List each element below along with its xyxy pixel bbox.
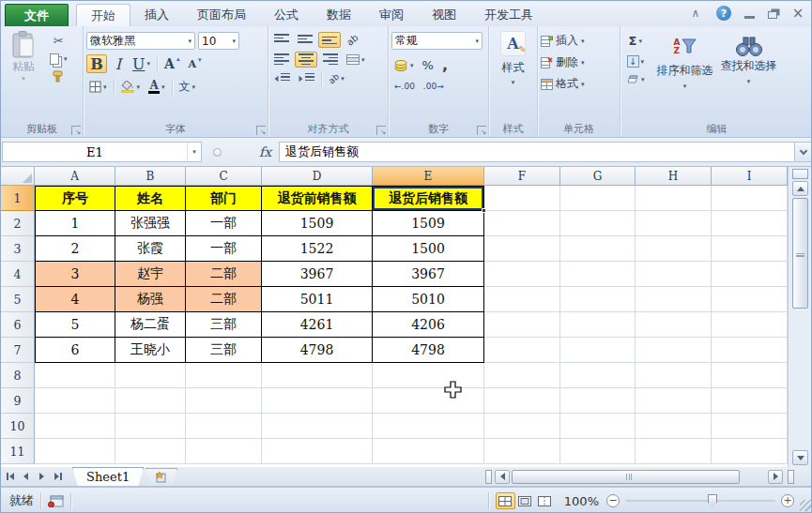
cell[interactable] — [712, 287, 788, 312]
cell[interactable]: 杨二蛋 — [115, 312, 186, 338]
cell[interactable]: 二部 — [186, 287, 262, 312]
cell[interactable]: 杨强 — [115, 287, 186, 312]
cell[interactable] — [484, 236, 560, 262]
minimize-icon[interactable] — [744, 16, 755, 19]
cell[interactable] — [484, 363, 560, 388]
previous-sheet-button[interactable] — [19, 470, 33, 484]
row-header-10[interactable]: 10 — [1, 414, 35, 439]
row-header-7[interactable]: 7 — [1, 338, 35, 363]
comma-style-button[interactable]: , — [439, 55, 451, 75]
align-center-button[interactable] — [295, 52, 317, 68]
zoom-level[interactable]: 100% — [564, 494, 599, 508]
cell[interactable]: 1 — [35, 211, 115, 236]
zoom-slider-track[interactable] — [625, 500, 775, 503]
cell[interactable]: 5010 — [373, 287, 484, 312]
name-box[interactable]: E1 ▾ — [2, 142, 202, 162]
align-bottom-button[interactable] — [318, 32, 341, 48]
align-top-button[interactable] — [271, 33, 292, 47]
cell[interactable] — [186, 414, 262, 439]
paste-button[interactable]: 粘贴 ▾ — [4, 31, 43, 83]
tab-formulas[interactable]: 公式 — [260, 4, 313, 26]
fill-color-button[interactable]: ▾ — [118, 80, 144, 94]
close-icon[interactable]: × — [790, 7, 805, 20]
help-icon[interactable]: ? — [716, 6, 731, 21]
cell[interactable] — [636, 363, 712, 388]
horizontal-scroll-thumb[interactable] — [512, 470, 740, 484]
column-header-c[interactable]: C — [186, 167, 262, 186]
cell[interactable]: 1509 — [262, 211, 373, 236]
expand-formula-bar-button[interactable] — [794, 142, 812, 162]
cell[interactable]: 三部 — [186, 312, 262, 338]
cell[interactable] — [712, 186, 788, 211]
insert-worksheet-button[interactable] — [146, 468, 177, 485]
fill-button[interactable]: ↓ ▾ — [623, 54, 648, 68]
align-right-button[interactable] — [320, 53, 341, 67]
cell[interactable] — [484, 262, 560, 287]
formula-input[interactable]: 退货后销售额 — [279, 142, 794, 162]
format-painter-button[interactable] — [47, 69, 70, 83]
cell-d1[interactable]: 退货前销售额 — [262, 186, 373, 211]
cell[interactable]: 4 — [35, 287, 115, 312]
cut-button[interactable]: ✂ — [47, 33, 70, 49]
font-size-select[interactable]: 10 ▾ — [198, 32, 239, 50]
normal-view-button[interactable] — [496, 492, 515, 509]
tab-review[interactable]: 审阅 — [365, 4, 418, 26]
phonetic-button[interactable]: 文 ▾ — [176, 78, 199, 96]
tab-insert[interactable]: 插入 — [130, 4, 183, 26]
cell[interactable]: 二部 — [186, 262, 262, 287]
next-sheet-button[interactable] — [35, 470, 49, 484]
cell[interactable]: 1509 — [373, 211, 484, 236]
cell[interactable] — [35, 439, 115, 464]
fill-handle[interactable] — [482, 208, 486, 213]
increase-indent-button[interactable] — [296, 72, 317, 86]
number-format-select[interactable]: 常规 ▾ — [391, 32, 483, 50]
cell[interactable] — [712, 388, 788, 414]
zoom-out-button[interactable]: − — [606, 494, 620, 507]
cell[interactable] — [373, 439, 484, 464]
cell[interactable]: 4798 — [373, 338, 484, 363]
cell[interactable] — [712, 439, 788, 464]
bold-button[interactable]: B — [86, 54, 107, 73]
cell[interactable] — [636, 211, 712, 236]
cell[interactable] — [115, 414, 186, 439]
cell[interactable] — [35, 363, 115, 388]
cell[interactable] — [484, 287, 560, 312]
cell[interactable] — [35, 388, 115, 414]
sheet-tab-sheet1[interactable]: Sheet1 — [72, 467, 144, 486]
vertical-scroll-thumb[interactable] — [792, 198, 808, 309]
restore-icon[interactable] — [768, 11, 777, 19]
cell[interactable]: 王晓小 — [115, 338, 186, 363]
cell[interactable] — [373, 388, 484, 414]
cell[interactable]: 4261 — [262, 312, 373, 338]
cell[interactable] — [262, 388, 373, 414]
decrease-decimal-button[interactable]: .00→ — [421, 81, 447, 92]
column-header-f[interactable]: F — [484, 167, 560, 186]
cell[interactable]: 3967 — [262, 262, 373, 287]
align-middle-button[interactable] — [295, 33, 315, 47]
scroll-left-button[interactable] — [495, 470, 510, 484]
row-header-1[interactable]: 1 — [1, 186, 35, 211]
font-name-select[interactable]: 微软雅黑 ▾ — [86, 32, 195, 50]
clipboard-dialog-launcher[interactable]: ↘ — [71, 126, 81, 135]
cell-c1[interactable]: 部门 — [186, 186, 262, 211]
cell[interactable]: 1522 — [262, 236, 373, 262]
align-left-button[interactable] — [271, 53, 292, 67]
cell[interactable] — [115, 439, 186, 464]
cell[interactable] — [186, 439, 262, 464]
cell[interactable] — [484, 312, 560, 338]
cell[interactable]: 赵宇 — [115, 262, 186, 287]
row-header-9[interactable]: 9 — [1, 388, 35, 414]
font-color-button[interactable]: A ▾ — [146, 80, 168, 95]
first-sheet-button[interactable] — [3, 470, 17, 484]
cell[interactable] — [484, 211, 560, 236]
page-layout-view-button[interactable] — [515, 492, 535, 509]
cell[interactable] — [560, 414, 636, 439]
cell[interactable] — [262, 363, 373, 388]
autosum-button[interactable]: Σ ▾ — [623, 33, 648, 49]
tab-file[interactable]: 文件 — [5, 4, 69, 26]
vertical-scrollbar[interactable] — [788, 167, 812, 467]
decrease-indent-button[interactable] — [271, 72, 293, 86]
underline-button[interactable]: U ▾ — [130, 54, 153, 73]
font-dialog-launcher[interactable]: ↘ — [256, 126, 266, 135]
zoom-in-button[interactable]: + — [781, 494, 794, 507]
